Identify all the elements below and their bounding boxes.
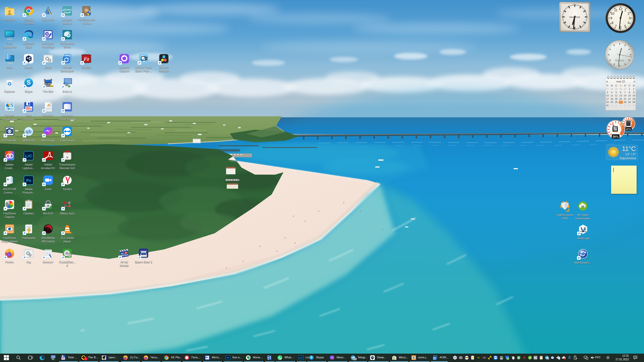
svg-text:8: 8 (629, 91, 630, 94)
svg-text:Москва: Москва (615, 59, 624, 62)
svg-text:Ps: Ps (26, 178, 31, 183)
svg-text:7: 7 (615, 24, 617, 28)
svg-text:47%: 47% (626, 128, 631, 131)
svg-text:A: A (47, 103, 50, 108)
svg-text:13: 13 (619, 94, 622, 97)
svg-text:W: W (267, 357, 269, 359)
svg-text:LrC: LrC (25, 154, 32, 158)
svg-text:31: 31 (606, 104, 609, 107)
svg-text:15: 15 (628, 94, 631, 97)
svg-text:10: 10 (606, 94, 609, 97)
svg-text:янв 22: янв 22 (616, 80, 625, 83)
svg-text:1: 1 (611, 104, 612, 107)
svg-text:1: 1 (624, 8, 626, 12)
svg-text:10: 10 (611, 12, 614, 15)
svg-text:4: 4 (611, 91, 612, 94)
svg-text:В: В (611, 84, 613, 87)
svg-text:S: S (27, 79, 31, 86)
svg-text:3: 3 (629, 16, 630, 20)
svg-text:30: 30 (619, 88, 622, 90)
svg-text:25: 25 (610, 101, 613, 103)
svg-text:64: 64 (30, 109, 32, 111)
svg-text:18: 18 (610, 97, 613, 100)
svg-text:S: S (310, 356, 312, 359)
svg-text:22: 22 (628, 97, 631, 100)
svg-text:2: 2 (616, 104, 617, 107)
svg-text:11: 11 (611, 94, 613, 97)
svg-text:Ps: Ps (227, 357, 229, 359)
svg-text:23: 23 (632, 97, 635, 100)
svg-text:3: 3 (607, 91, 608, 94)
svg-text:2: 2 (628, 12, 630, 15)
svg-text:photos: photos (63, 8, 72, 11)
svg-text:12: 12 (615, 94, 618, 97)
svg-text:THE BAT!: THE BAT! (48, 86, 54, 87)
svg-text:1: 1 (629, 88, 630, 90)
svg-text:28: 28 (610, 88, 613, 90)
svg-text:9: 9 (610, 16, 612, 20)
svg-text:2: 2 (633, 88, 634, 90)
svg-text:39%: 39% (613, 135, 619, 138)
svg-text:Ru: Ru (534, 357, 537, 359)
svg-text:П: П (606, 84, 608, 87)
svg-text:qb: qb (26, 129, 32, 134)
svg-text:28: 28 (624, 101, 626, 103)
svg-text:29: 29 (615, 88, 618, 90)
svg-text:6: 6 (620, 91, 621, 94)
svg-text:26: 26 (615, 101, 618, 103)
svg-text:С: С (615, 84, 617, 87)
svg-text:19: 19 (615, 97, 618, 100)
svg-text:3: 3 (620, 104, 621, 107)
svg-text:Ч: Ч (620, 84, 622, 87)
svg-text:29: 29 (628, 101, 631, 103)
svg-text:17: 17 (606, 97, 609, 100)
svg-text:27: 27 (606, 88, 609, 90)
svg-text:27: 27 (619, 101, 622, 103)
svg-text:П: П (624, 84, 626, 87)
svg-text:8: 8 (612, 21, 613, 25)
svg-text:24: 24 (606, 101, 609, 103)
svg-text:♻: ♻ (8, 81, 12, 87)
svg-text:11: 11 (614, 8, 618, 12)
svg-text:4: 4 (628, 21, 630, 24)
svg-text:С: С (628, 84, 630, 87)
svg-text:20: 20 (619, 97, 622, 100)
svg-text:31: 31 (624, 88, 626, 90)
svg-text:В: В (633, 84, 634, 87)
svg-text:LrC: LrC (299, 357, 303, 359)
svg-text:VC: VC (454, 357, 456, 359)
svg-text:16: 16 (632, 94, 635, 97)
svg-text:7: 7 (624, 91, 626, 94)
svg-text:MY: MY (125, 252, 127, 254)
svg-text:30: 30 (632, 101, 635, 103)
svg-text:Fz: Fz (84, 56, 89, 62)
svg-text:64: 64 (64, 359, 65, 360)
svg-text:7: 7 (548, 358, 549, 360)
svg-text:5: 5 (624, 24, 626, 28)
svg-text:12: 12 (619, 7, 622, 11)
svg-text:21: 21 (624, 97, 626, 100)
svg-text:5: 5 (616, 91, 617, 94)
svg-text:9: 9 (633, 91, 634, 94)
svg-text:4: 4 (624, 104, 626, 107)
svg-text:14: 14 (624, 94, 626, 97)
svg-text:6: 6 (633, 104, 634, 107)
svg-text:5: 5 (629, 104, 630, 107)
